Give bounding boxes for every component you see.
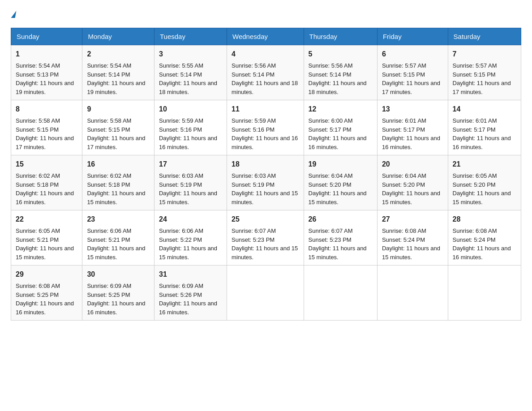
calendar-cell: 7Sunrise: 5:57 AMSunset: 5:15 PMDaylight… bbox=[448, 45, 521, 100]
sunset-text: Sunset: 5:17 PM bbox=[382, 125, 443, 134]
calendar-cell: 23Sunrise: 6:06 AMSunset: 5:21 PMDayligh… bbox=[82, 210, 154, 265]
daylight-text: Daylight: 11 hours and 15 minutes. bbox=[309, 244, 373, 261]
day-number: 29 bbox=[16, 269, 77, 280]
day-number: 10 bbox=[159, 104, 222, 115]
daylight-text: Daylight: 11 hours and 18 minutes. bbox=[159, 79, 222, 96]
sunset-text: Sunset: 5:18 PM bbox=[16, 180, 77, 189]
sunset-text: Sunset: 5:16 PM bbox=[232, 125, 299, 134]
daylight-text: Daylight: 11 hours and 16 minutes. bbox=[159, 299, 222, 317]
daylight-text: Daylight: 11 hours and 15 minutes. bbox=[232, 189, 299, 206]
daylight-text: Daylight: 11 hours and 16 minutes. bbox=[309, 134, 373, 151]
sunrise-text: Sunrise: 5:54 AM bbox=[87, 61, 150, 70]
sunrise-text: Sunrise: 5:56 AM bbox=[309, 61, 373, 70]
calendar-cell: 15Sunrise: 6:02 AMSunset: 5:18 PMDayligh… bbox=[11, 155, 82, 210]
sunrise-text: Sunrise: 5:58 AM bbox=[16, 116, 77, 125]
sunset-text: Sunset: 5:24 PM bbox=[453, 235, 516, 244]
sunset-text: Sunset: 5:17 PM bbox=[453, 125, 516, 134]
daylight-text: Daylight: 11 hours and 15 minutes. bbox=[309, 189, 373, 206]
sunset-text: Sunset: 5:15 PM bbox=[87, 125, 150, 134]
weekday-header-friday: Friday bbox=[377, 28, 448, 45]
calendar-cell: 21Sunrise: 6:05 AMSunset: 5:20 PMDayligh… bbox=[448, 155, 521, 210]
sunset-text: Sunset: 5:23 PM bbox=[309, 235, 373, 244]
day-number: 9 bbox=[87, 104, 150, 115]
sunset-text: Sunset: 5:19 PM bbox=[159, 180, 222, 189]
daylight-text: Daylight: 11 hours and 16 minutes. bbox=[16, 189, 77, 206]
calendar-week-row: 15Sunrise: 6:02 AMSunset: 5:18 PMDayligh… bbox=[11, 155, 521, 210]
daylight-text: Daylight: 11 hours and 19 minutes. bbox=[16, 79, 77, 96]
sunset-text: Sunset: 5:20 PM bbox=[453, 180, 516, 189]
calendar-cell bbox=[304, 265, 377, 321]
calendar-cell: 18Sunrise: 6:03 AMSunset: 5:19 PMDayligh… bbox=[227, 155, 304, 210]
logo bbox=[11, 11, 16, 19]
calendar-cell: 14Sunrise: 6:01 AMSunset: 5:17 PMDayligh… bbox=[448, 100, 521, 155]
sunrise-text: Sunrise: 6:08 AM bbox=[453, 227, 516, 235]
sunrise-text: Sunrise: 6:01 AM bbox=[382, 116, 443, 125]
day-number: 19 bbox=[309, 159, 373, 170]
daylight-text: Daylight: 11 hours and 17 minutes. bbox=[382, 79, 443, 96]
sunset-text: Sunset: 5:15 PM bbox=[16, 125, 77, 134]
sunrise-text: Sunrise: 5:54 AM bbox=[16, 61, 77, 70]
calendar-cell: 5Sunrise: 5:56 AMSunset: 5:14 PMDaylight… bbox=[304, 45, 377, 100]
sunset-text: Sunset: 5:24 PM bbox=[382, 235, 443, 244]
daylight-text: Daylight: 11 hours and 18 minutes. bbox=[232, 79, 299, 96]
sunset-text: Sunset: 5:18 PM bbox=[87, 180, 150, 189]
day-number: 4 bbox=[232, 49, 299, 60]
day-number: 27 bbox=[382, 214, 443, 225]
calendar-table: SundayMondayTuesdayWednesdayThursdayFrid… bbox=[11, 28, 521, 321]
day-number: 26 bbox=[309, 214, 373, 225]
day-number: 21 bbox=[453, 159, 516, 170]
sunset-text: Sunset: 5:14 PM bbox=[309, 70, 373, 79]
calendar-cell: 27Sunrise: 6:08 AMSunset: 5:24 PMDayligh… bbox=[377, 210, 448, 265]
daylight-text: Daylight: 11 hours and 16 minutes. bbox=[159, 134, 222, 151]
day-number: 15 bbox=[16, 159, 77, 170]
sunset-text: Sunset: 5:14 PM bbox=[232, 70, 299, 79]
calendar-cell: 24Sunrise: 6:06 AMSunset: 5:22 PMDayligh… bbox=[154, 210, 227, 265]
day-number: 1 bbox=[16, 49, 77, 60]
calendar-cell: 20Sunrise: 6:04 AMSunset: 5:20 PMDayligh… bbox=[377, 155, 448, 210]
calendar-week-row: 8Sunrise: 5:58 AMSunset: 5:15 PMDaylight… bbox=[11, 100, 521, 155]
day-number: 28 bbox=[453, 214, 516, 225]
daylight-text: Daylight: 11 hours and 15 minutes. bbox=[159, 189, 222, 206]
sunset-text: Sunset: 5:17 PM bbox=[309, 125, 373, 134]
calendar-week-row: 1Sunrise: 5:54 AMSunset: 5:13 PMDaylight… bbox=[11, 45, 521, 100]
sunrise-text: Sunrise: 6:02 AM bbox=[16, 171, 77, 180]
day-number: 11 bbox=[232, 104, 299, 115]
day-number: 13 bbox=[382, 104, 443, 115]
sunrise-text: Sunrise: 6:02 AM bbox=[87, 171, 150, 180]
day-number: 17 bbox=[159, 159, 222, 170]
calendar-cell: 28Sunrise: 6:08 AMSunset: 5:24 PMDayligh… bbox=[448, 210, 521, 265]
sunrise-text: Sunrise: 5:55 AM bbox=[159, 61, 222, 70]
sunrise-text: Sunrise: 6:01 AM bbox=[453, 116, 516, 125]
sunset-text: Sunset: 5:22 PM bbox=[159, 235, 222, 244]
day-number: 2 bbox=[87, 49, 150, 60]
calendar-cell: 2Sunrise: 5:54 AMSunset: 5:14 PMDaylight… bbox=[82, 45, 154, 100]
calendar-cell: 26Sunrise: 6:07 AMSunset: 5:23 PMDayligh… bbox=[304, 210, 377, 265]
day-number: 3 bbox=[159, 49, 222, 60]
daylight-text: Daylight: 11 hours and 15 minutes. bbox=[87, 189, 150, 206]
sunset-text: Sunset: 5:15 PM bbox=[453, 70, 516, 79]
sunrise-text: Sunrise: 6:07 AM bbox=[309, 227, 373, 235]
calendar-cell: 22Sunrise: 6:05 AMSunset: 5:21 PMDayligh… bbox=[11, 210, 82, 265]
day-number: 24 bbox=[159, 214, 222, 225]
sunrise-text: Sunrise: 6:03 AM bbox=[232, 171, 299, 180]
sunrise-text: Sunrise: 5:57 AM bbox=[382, 61, 443, 70]
calendar-cell: 11Sunrise: 5:59 AMSunset: 5:16 PMDayligh… bbox=[227, 100, 304, 155]
day-number: 30 bbox=[87, 269, 150, 280]
sunset-text: Sunset: 5:19 PM bbox=[232, 180, 299, 189]
calendar-cell: 10Sunrise: 5:59 AMSunset: 5:16 PMDayligh… bbox=[154, 100, 227, 155]
sunrise-text: Sunrise: 6:03 AM bbox=[159, 171, 222, 180]
weekday-header-monday: Monday bbox=[82, 28, 154, 45]
daylight-text: Daylight: 11 hours and 15 minutes. bbox=[16, 244, 77, 261]
calendar-cell: 9Sunrise: 5:58 AMSunset: 5:15 PMDaylight… bbox=[82, 100, 154, 155]
sunrise-text: Sunrise: 6:05 AM bbox=[453, 171, 516, 180]
calendar-cell: 13Sunrise: 6:01 AMSunset: 5:17 PMDayligh… bbox=[377, 100, 448, 155]
calendar-cell: 6Sunrise: 5:57 AMSunset: 5:15 PMDaylight… bbox=[377, 45, 448, 100]
sunrise-text: Sunrise: 5:57 AM bbox=[453, 61, 516, 70]
day-number: 5 bbox=[309, 49, 373, 60]
calendar-cell: 17Sunrise: 6:03 AMSunset: 5:19 PMDayligh… bbox=[154, 155, 227, 210]
sunrise-text: Sunrise: 5:58 AM bbox=[87, 116, 150, 125]
day-number: 6 bbox=[382, 49, 443, 60]
sunset-text: Sunset: 5:21 PM bbox=[16, 235, 77, 244]
daylight-text: Daylight: 11 hours and 16 minutes. bbox=[232, 134, 299, 151]
sunrise-text: Sunrise: 5:56 AM bbox=[232, 61, 299, 70]
